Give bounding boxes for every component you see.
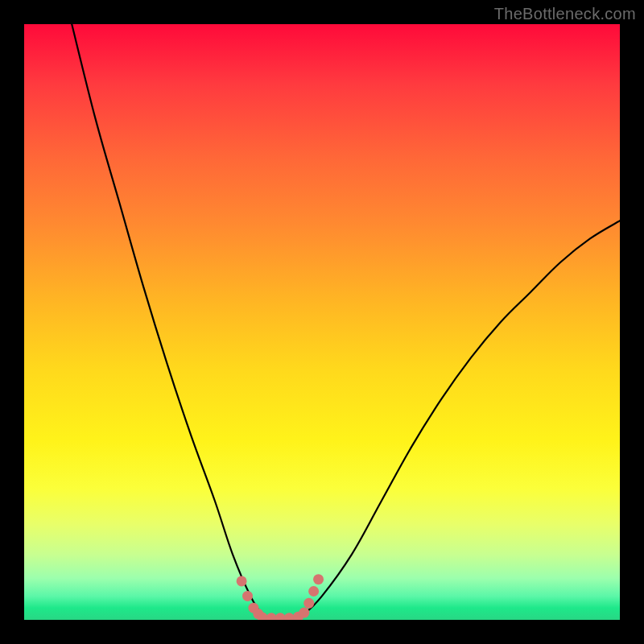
- bottleneck-curve-path: [72, 24, 620, 620]
- chart-frame: TheBottleneck.com: [0, 0, 644, 644]
- valley-right-edge-dot: [299, 608, 309, 618]
- valley-left-edge-dot: [242, 591, 253, 601]
- valley-left-edge-dot: [237, 576, 247, 586]
- valley-markers: [237, 574, 324, 620]
- watermark-label: TheBottleneck.com: [494, 5, 636, 23]
- valley-floor-dot: [275, 613, 286, 620]
- bottleneck-curve: [72, 24, 620, 620]
- valley-right-edge-dot: [303, 598, 314, 609]
- curve-layer: [24, 24, 620, 620]
- valley-right-edge-dot: [308, 586, 319, 597]
- plot-area: [24, 24, 620, 620]
- valley-floor-dot: [284, 613, 295, 620]
- valley-right-edge-dot: [313, 574, 324, 584]
- valley-floor-dot: [266, 613, 277, 620]
